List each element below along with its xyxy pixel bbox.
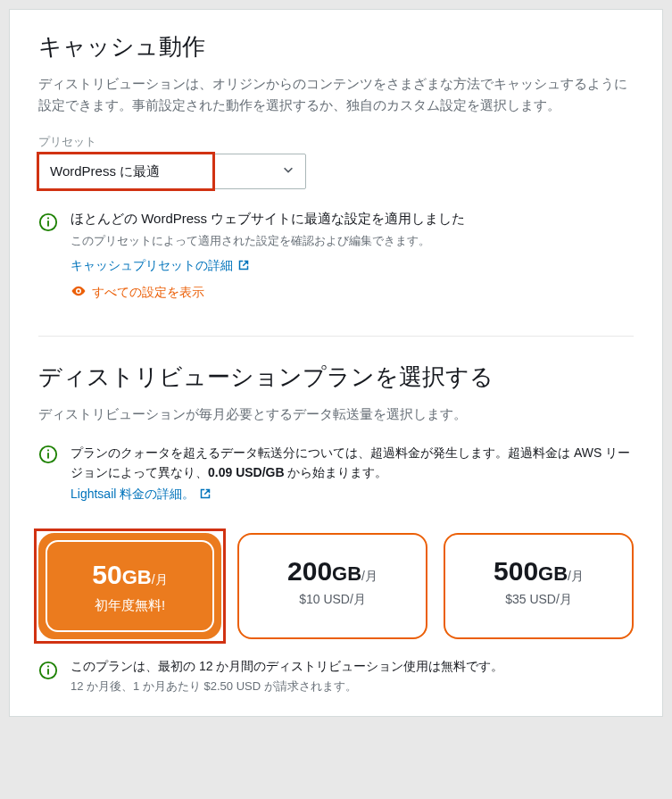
plan-per: /月 [568,569,584,583]
preset-select[interactable]: WordPress に最適 [38,154,306,189]
quota-info-row: プランのクォータを超えるデータ転送分については、超過料金が発生します。超過料金は… [38,443,634,512]
plan-price: $35 USD/月 [452,592,625,608]
show-all-settings-link[interactable]: すべての設定を表示 [71,283,204,302]
settings-panel: キャッシュ動作 ディストリビューションは、オリジンからのコンテンツをさまざまな方… [9,9,663,717]
plan-amount: 200 [287,556,332,586]
preset-info-sub: このプリセットによって適用された設定を確認および編集できます。 [71,233,465,249]
info-icon [38,212,58,236]
svg-rect-5 [47,450,49,452]
plan-card-200gb[interactable]: 200GB/月 $10 USD/月 [237,533,427,639]
cache-section-title: キャッシュ動作 [38,31,634,62]
plan-footer-title: このプランは、最初の 12 か月間のディストリビューション使用は無料です。 [71,659,503,675]
preset-info-title: ほとんどの WordPress ウェブサイトに最適な設定を適用しました [71,211,465,228]
svg-rect-1 [47,221,49,226]
eye-icon [71,283,87,302]
svg-rect-8 [47,665,49,667]
quota-text: プランのクォータを超えるデータ転送分については、超過料金が発生します。超過料金は… [71,443,634,483]
external-link-icon [200,487,211,502]
plan-unit: GB [122,566,152,588]
plan-per: /月 [361,569,377,583]
plan-section-desc: ディストリビューションが毎月必要とするデータ転送量を選択します。 [38,404,634,425]
show-all-label: すべての設定を表示 [92,285,204,301]
plan-footer: このプランは、最初の 12 か月間のディストリビューション使用は無料です。 12… [38,659,634,695]
plan-footer-sub: 12 か月後、1 か月あたり $2.50 USD が請求されます。 [71,678,503,695]
preset-info-row: ほとんどの WordPress ウェブサイトに最適な設定を適用しました このプリ… [38,211,634,311]
preset-label: プリセット [38,134,634,150]
plan-per: /月 [152,572,168,587]
svg-rect-7 [47,669,49,674]
cache-section-desc: ディストリビューションは、オリジンからのコンテンツをさまざまな方法でキャッシュす… [38,73,634,116]
plan-card-500gb[interactable]: 500GB/月 $35 USD/月 [444,533,634,639]
section-divider [38,336,634,337]
info-icon [38,445,58,468]
plan-amount: 500 [494,556,538,586]
plan-unit: GB [538,562,568,585]
info-icon [38,661,58,684]
pricing-link[interactable]: Lightsail 料金の詳細。 [71,487,195,503]
preset-detail-link[interactable]: キャッシュプリセットの詳細 [71,258,233,274]
svg-rect-2 [47,218,49,220]
svg-rect-4 [47,453,49,458]
plan-unit: GB [332,562,361,585]
plan-price: $10 USD/月 [246,592,419,608]
plan-section-title: ディストリビューションプランを選択する [38,362,634,393]
plan-amount: 50 [92,560,121,589]
plan-cards: 50GB/月 初年度無料! 200GB/月 $10 USD/月 500GB/月 … [38,533,634,639]
plan-price: 初年度無料! [54,597,205,614]
external-link-icon [238,259,249,273]
chevron-down-icon [282,163,295,179]
plan-card-50gb[interactable]: 50GB/月 初年度無料! [38,533,221,639]
preset-value: WordPress に最適 [50,163,160,180]
